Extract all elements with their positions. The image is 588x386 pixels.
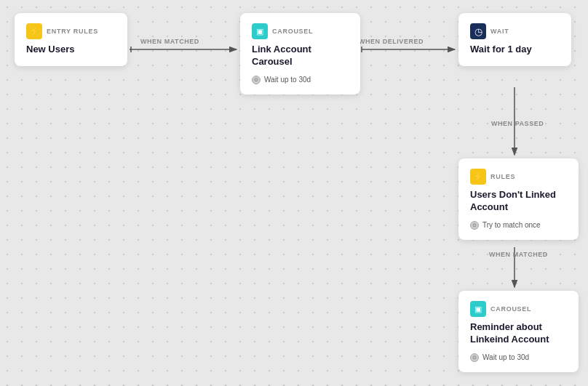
carousel2-card[interactable]: ▣ Carousel Reminder about Linkeind Accou… [458,291,579,372]
rules-card[interactable]: ⚡ Rules Users Don't Linked Account ⊙ Try… [458,158,579,240]
wait-card[interactable]: ◷ Wait Wait for 1 day [458,13,571,66]
arrow-label-when-passed: WHEN PASSED [491,120,544,127]
carousel2-footer-icon: ⊙ [470,353,479,362]
rules-type: Rules [490,173,515,180]
wait-type: Wait [490,28,509,35]
entry-rules-type: Entry Rules [47,28,98,35]
rules-footer-text: Try to match once [482,221,541,229]
rules-title: Users Don't Linked Account [470,189,567,214]
rules-icon: ⚡ [470,169,486,185]
wait-title: Wait for 1 day [470,44,560,56]
carousel1-title: Link Account Carousel [252,44,349,68]
carousel2-title: Reminder about Linkeind Account [470,321,567,346]
carousel2-type: Carousel [490,305,531,313]
carousel1-header: ▣ Carousel [252,23,349,39]
arrow-label-when-matched-1: WHEN MATCHED [140,38,199,45]
carousel1-icon: ▣ [252,23,268,39]
carousel2-footer: ⊙ Wait up to 30d [470,353,567,362]
entry-rules-icon: ⚡ [26,23,42,39]
arrow-label-when-matched-2: WHEN MATCHED [489,251,548,258]
carousel1-type: Carousel [272,28,313,35]
carousel1-footer: ⊙ Wait up to 30d [252,76,349,84]
wait-header: ◷ Wait [470,23,560,39]
carousel2-header: ▣ Carousel [470,301,567,317]
carousel2-icon: ▣ [470,301,486,317]
carousel1-card[interactable]: ▣ Carousel Link Account Carousel ⊙ Wait … [240,13,360,95]
entry-rules-header: ⚡ Entry Rules [26,23,116,39]
rules-footer: ⊙ Try to match once [470,221,567,230]
wait-icon: ◷ [470,23,486,39]
entry-rules-card[interactable]: ⚡ Entry Rules New Users [15,13,127,66]
arrow-label-when-delivered: WHEN DELIVERED [359,38,424,45]
carousel1-footer-text: Wait up to 30d [264,76,311,84]
rules-footer-icon: ⊙ [470,221,479,230]
entry-rules-title: New Users [26,44,116,56]
rules-header: ⚡ Rules [470,169,567,185]
carousel1-footer-icon: ⊙ [252,76,261,84]
carousel2-footer-text: Wait up to 30d [482,353,529,361]
